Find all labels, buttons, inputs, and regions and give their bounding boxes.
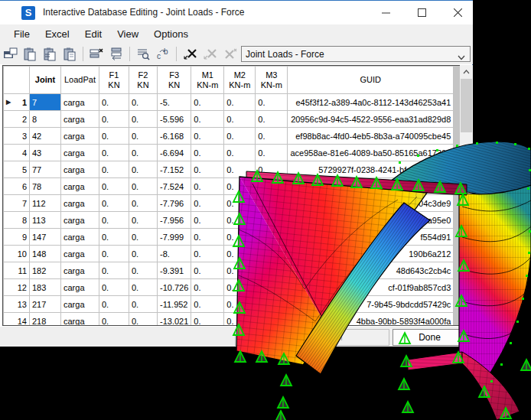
cell-m2[interactable]: 0. <box>224 262 256 279</box>
cell-m2[interactable]: 0. <box>224 212 256 229</box>
cell-m3[interactable]: 0. <box>256 161 288 178</box>
cell-m2[interactable]: 0. <box>224 161 256 178</box>
row-number[interactable]: 2 <box>4 111 30 128</box>
cell-m2[interactable]: 0. <box>224 178 256 195</box>
cell-m2[interactable]: 0. <box>224 313 256 327</box>
maximize-button[interactable] <box>409 1 435 24</box>
cell-joint[interactable]: 42 <box>30 128 61 145</box>
row-number[interactable]: 5 <box>4 161 30 178</box>
cell-guid[interactable]: 190b6a212 <box>288 246 454 262</box>
column-header[interactable]: Joint <box>30 67 61 94</box>
menu-item[interactable]: Edit <box>77 26 109 42</box>
menu-item[interactable]: Options <box>146 26 196 42</box>
cell-m1[interactable]: 0. <box>191 94 224 111</box>
cell-m1[interactable]: 0. <box>191 296 224 313</box>
cell-guid[interactable]: f554d91 <box>288 229 454 246</box>
cell-f2[interactable]: 0. <box>129 229 158 246</box>
row-number[interactable]: 14 <box>4 313 30 327</box>
cell-guid[interactable]: 7-9b45-9bdcdd57429c <box>288 296 454 313</box>
row-number[interactable]: 6 <box>4 178 30 195</box>
cell-f3[interactable]: -6.168 <box>158 128 191 145</box>
copy-window-icon[interactable] <box>1 45 20 63</box>
cell-joint[interactable]: 113 <box>30 212 61 229</box>
row-number[interactable]: 12 <box>4 279 30 296</box>
cell-f2[interactable]: 0. <box>129 246 158 262</box>
column-header[interactable]: M1KN-m <box>191 67 224 94</box>
cell-m3[interactable]: 0. <box>256 229 288 246</box>
done-button[interactable]: Done <box>393 329 467 346</box>
table-selector-dropdown[interactable]: Joint Loads - Force <box>241 46 471 62</box>
cell-joint[interactable]: 43 <box>30 145 61 161</box>
cell-f2[interactable]: 0. <box>129 313 158 327</box>
cell-f3[interactable]: -6.694 <box>158 145 191 161</box>
cell-loadpat[interactable]: carga <box>61 246 99 262</box>
cell-guid[interactable]: a95e0 <box>288 212 454 229</box>
cell-guid[interactable]: 04c3de9 <box>288 195 454 212</box>
cell-loadpat[interactable]: carga <box>61 262 99 279</box>
cell-m3[interactable]: 0. <box>256 262 288 279</box>
cell-f1[interactable]: 0. <box>99 279 129 296</box>
cell-joint[interactable]: 218 <box>30 313 61 327</box>
cell-m2[interactable]: 0. <box>224 279 256 296</box>
find-icon[interactable] <box>134 45 153 63</box>
cell-f3[interactable]: -7.999 <box>158 229 191 246</box>
cell-guid[interactable] <box>288 178 454 195</box>
cell-m1[interactable]: 0. <box>191 128 224 145</box>
cell-joint[interactable]: 148 <box>30 246 61 262</box>
menu-item[interactable]: Excel <box>37 26 77 42</box>
cell-f2[interactable]: 0. <box>129 161 158 178</box>
cell-f1[interactable]: 0. <box>99 229 129 246</box>
cell-f1[interactable]: 0. <box>99 161 129 178</box>
cell-guid[interactable]: e45f3f12-a389-4a0c-8112-143d46253a41 <box>288 94 454 111</box>
cell-f3[interactable]: -7.796 <box>158 195 191 212</box>
cell-m1[interactable]: 0. <box>191 279 224 296</box>
cell-f2[interactable]: 0. <box>129 145 158 161</box>
cell-loadpat[interactable]: carga <box>61 128 99 145</box>
titlebar[interactable]: S Interactive Database Editing - Joint L… <box>0 1 473 24</box>
cell-joint[interactable]: 183 <box>30 279 61 296</box>
reorder-rows-icon[interactable] <box>107 45 126 63</box>
cell-m2[interactable]: 0. <box>224 145 256 161</box>
cell-m1[interactable]: 0. <box>191 313 224 327</box>
column-header[interactable]: M2KN-m <box>224 67 256 94</box>
column-header[interactable]: F1KN <box>99 67 129 94</box>
cell-loadpat[interactable]: carga <box>61 195 99 212</box>
cell-f1[interactable]: 0. <box>99 212 129 229</box>
cell-joint[interactable]: 182 <box>30 262 61 279</box>
cell-f3[interactable]: -9.391 <box>158 262 191 279</box>
cell-m2[interactable]: 0. <box>224 94 256 111</box>
cell-m3[interactable]: 0. <box>256 195 288 212</box>
cell-guid[interactable]: 20956c9d-94c5-4522-9556-eaa31ad829d8 <box>288 111 454 128</box>
cell-m3[interactable]: 0. <box>256 296 288 313</box>
cell-f3[interactable]: -11.952 <box>158 296 191 313</box>
cell-loadpat[interactable]: carga <box>61 229 99 246</box>
cell-loadpat[interactable]: carga <box>61 279 99 296</box>
cell-m3[interactable]: 0. <box>256 212 288 229</box>
row-number[interactable]: ▶1 <box>4 94 30 111</box>
row-number[interactable]: 8 <box>4 212 30 229</box>
cell-m3[interactable]: 0. <box>256 279 288 296</box>
cell-m1[interactable]: 0. <box>191 111 224 128</box>
column-header[interactable]: F3KN <box>158 67 191 94</box>
cell-f1[interactable]: 0. <box>99 195 129 212</box>
cell-m3[interactable]: 0. <box>256 246 288 262</box>
cell-f3[interactable]: -7.956 <box>158 212 191 229</box>
cell-guid[interactable]: ace958ae-81e6-4089-ba50-85165a617306 <box>288 145 454 161</box>
cell-m1[interactable]: 0. <box>191 195 224 212</box>
cell-loadpat[interactable]: carga <box>61 145 99 161</box>
column-header[interactable]: GUID <box>288 67 454 94</box>
cell-f1[interactable]: 0. <box>99 246 129 262</box>
cell-m1[interactable]: 0. <box>191 145 224 161</box>
cell-m3[interactable]: 0. <box>256 128 288 145</box>
cell-loadpat[interactable]: carga <box>61 94 99 111</box>
cell-m1[interactable]: 0. <box>191 262 224 279</box>
cell-m2[interactable]: 0. <box>224 296 256 313</box>
cell-m1[interactable]: 0. <box>191 178 224 195</box>
column-header[interactable]: M3KN-m <box>256 67 288 94</box>
cell-guid[interactable]: 48d643c2cb4c <box>288 262 454 279</box>
cell-m2[interactable]: 0. <box>224 128 256 145</box>
cell-m1[interactable]: 0. <box>191 212 224 229</box>
insert-rows-icon[interactable] <box>87 45 106 63</box>
cell-f1[interactable]: 0. <box>99 178 129 195</box>
cell-f2[interactable]: 0. <box>129 111 158 128</box>
